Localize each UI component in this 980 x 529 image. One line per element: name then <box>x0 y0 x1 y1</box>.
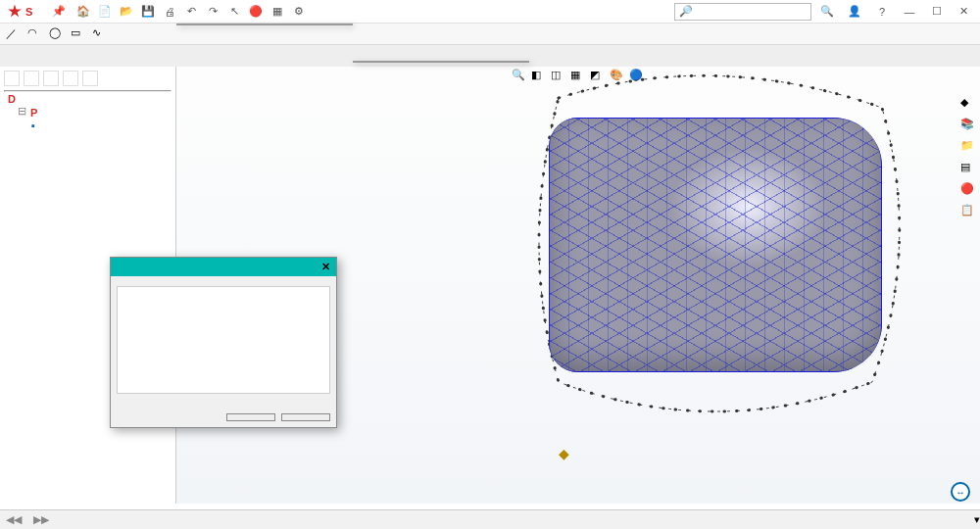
status-chevron-icon[interactable]: ▾ <box>974 513 980 526</box>
about-dialog: ✕ <box>110 257 337 428</box>
spline-tool-icon[interactable]: ∿ <box>92 26 108 42</box>
search-icon: 🔎 <box>679 5 693 18</box>
new-doc-icon[interactable]: 📄 <box>97 4 113 20</box>
tree-leaf[interactable]: ▪ <box>4 119 172 130</box>
custom-props-icon[interactable]: 📋 <box>960 204 976 219</box>
maximize-button[interactable]: ☐ <box>925 2 949 22</box>
app-name: S <box>25 6 32 18</box>
about-thirdparty <box>117 286 330 394</box>
task-pane-tabs: ◆ 📚 📁 ▤ 🔴 📋 <box>960 96 976 219</box>
cursor-icon[interactable]: ↖ <box>226 4 242 20</box>
filter-icon[interactable] <box>82 71 98 86</box>
file-explorer-icon[interactable]: 📁 <box>960 139 976 155</box>
redo-icon[interactable]: ↷ <box>205 4 220 20</box>
minimize-button[interactable]: — <box>898 2 921 22</box>
ok-button[interactable] <box>281 413 330 421</box>
app-logo: S <box>0 5 40 19</box>
config-icon[interactable] <box>24 71 39 86</box>
tree-project[interactable]: ⊟P <box>4 104 172 119</box>
nav-prev-icon[interactable]: ◀◀ <box>0 513 27 526</box>
status-bar: ◀◀ ▶▶ ▾ <box>0 509 980 529</box>
license-agreement-button[interactable] <box>226 413 275 421</box>
rect-tool-icon[interactable]: ▭ <box>71 26 86 42</box>
appearances-tab-icon[interactable]: 🔴 <box>960 182 976 198</box>
help-icon[interactable]: ? <box>870 2 894 22</box>
design-lib-icon[interactable]: 📚 <box>960 118 976 133</box>
teamviewer-icon[interactable]: ↔ <box>951 482 970 502</box>
gear-icon[interactable]: ⚙ <box>291 4 307 20</box>
quick-toolbar: 🏠 📄 📂 💾 🖨 ↶ ↷ ↖ 🔴 ▦ ⚙ <box>75 4 307 20</box>
logo-star-icon <box>8 5 22 19</box>
display-icon[interactable] <box>43 71 59 86</box>
arc-tool-icon[interactable]: ◠ <box>27 26 43 42</box>
save-icon[interactable]: 💾 <box>140 4 156 20</box>
line-tool-icon[interactable]: ／ <box>6 26 22 42</box>
punch-part-model[interactable] <box>549 118 882 372</box>
circle-tool-icon[interactable]: ◯ <box>49 26 65 42</box>
tree-filter-icons <box>4 71 172 86</box>
resources-icon[interactable]: ◆ <box>960 96 976 112</box>
tree-root[interactable]: D <box>4 92 172 104</box>
rebuild-icon[interactable]: 🔴 <box>248 4 264 20</box>
hide-icon[interactable] <box>63 71 78 86</box>
print-icon[interactable]: 🖨 <box>162 4 177 20</box>
ribbon-toolbar: ／ ◠ ◯ ▭ ∿ <box>0 24 980 45</box>
flyout-icon[interactable] <box>4 71 20 86</box>
close-button[interactable]: ✕ <box>953 2 976 22</box>
nav-next-icon[interactable]: ▶▶ <box>27 513 55 526</box>
pin-icon[interactable]: 📌 <box>52 5 66 18</box>
magnify-icon[interactable]: 🔍 <box>815 2 839 22</box>
options-icon[interactable]: ▦ <box>270 4 285 20</box>
dialog-titlebar[interactable]: ✕ <box>111 258 336 276</box>
home-icon[interactable]: 🏠 <box>75 4 91 20</box>
search-input[interactable]: 🔎 <box>674 3 811 21</box>
tools-menu-dropdown <box>176 24 353 25</box>
origin-marker: ◆ <box>559 446 569 461</box>
user-icon[interactable]: 👤 <box>843 2 866 22</box>
undo-icon[interactable]: ↶ <box>183 4 199 20</box>
titlebar: S 📌 🏠 📄 📂 💾 🖨 ↶ ↷ ↖ 🔴 ▦ ⚙ 🔎 🔍 👤 ? — ☐ ✕ <box>0 0 980 24</box>
3dquickform-submenu <box>353 61 529 63</box>
dialog-close-icon[interactable]: ✕ <box>321 261 330 273</box>
view-palette-icon[interactable]: ▤ <box>960 161 976 176</box>
about-solver-expiry <box>117 398 330 402</box>
open-icon[interactable]: 📂 <box>119 4 134 20</box>
mesh-overlay <box>549 118 882 372</box>
window-controls: 🔎 🔍 👤 ? — ☐ ✕ <box>674 2 980 22</box>
